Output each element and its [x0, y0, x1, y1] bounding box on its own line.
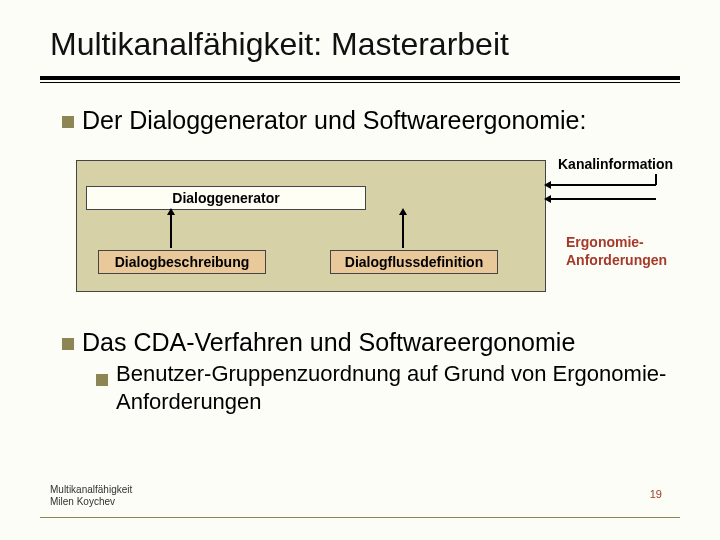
bullet-icon	[62, 338, 74, 350]
footer-rule	[40, 517, 680, 518]
slide-title: Multikanalfähigkeit: Masterarbeit	[50, 26, 509, 63]
arrow-head-up-icon	[167, 208, 175, 215]
label-ergonomie-2: Anforderungen	[566, 252, 667, 268]
footer: Multikanalfähigkeit Milen Koychev	[50, 484, 132, 508]
arrow-line	[170, 212, 172, 248]
bullet-2-text: Das CDA-Verfahren und Softwareergonomie	[82, 328, 575, 357]
bullet-1-text: Der Dialoggenerator und Softwareergonomi…	[82, 106, 586, 135]
arrow-line	[655, 174, 657, 185]
label-ergonomie-1: Ergonomie-	[566, 234, 644, 250]
page-number: 19	[650, 488, 662, 500]
label-kanalinformation: Kanalinformation	[558, 156, 673, 172]
footer-line-2: Milen Koychev	[50, 496, 132, 508]
bullet-icon	[96, 374, 108, 386]
title-underline	[40, 76, 680, 80]
box-dialogflussdefinition: Dialogflussdefinition	[330, 250, 498, 274]
bullet-icon	[62, 116, 74, 128]
arrow-line	[548, 184, 656, 186]
bullet-3-text: Benutzer-Gruppenzuordnung auf Grund von …	[116, 360, 676, 415]
footer-line-1: Multikanalfähigkeit	[50, 484, 132, 496]
slide: Multikanalfähigkeit: Masterarbeit Der Di…	[0, 0, 720, 540]
arrow-head-left-icon	[544, 181, 551, 189]
arrow-head-up-icon	[399, 208, 407, 215]
arrow-line	[402, 212, 404, 248]
arrow-head-left-icon	[544, 195, 551, 203]
box-dialoggenerator: Dialoggenerator	[86, 186, 366, 210]
arrow-line	[548, 198, 656, 200]
box-dialogbeschreibung: Dialogbeschreibung	[98, 250, 266, 274]
